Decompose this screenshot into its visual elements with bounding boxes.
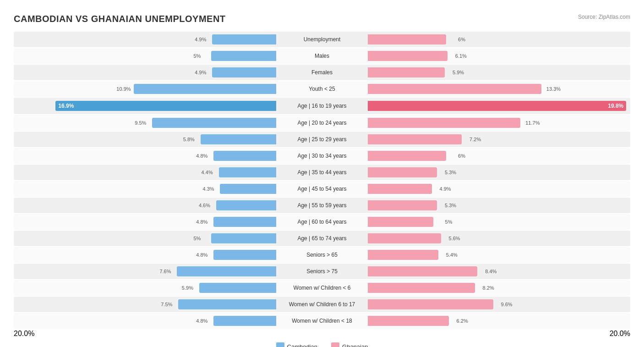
bar-label-right: 5.6% bbox=[449, 236, 460, 241]
right-side: 8.4% bbox=[368, 264, 630, 279]
row-inner: 5.9% Women w/ Children < 6 8.2% bbox=[14, 280, 630, 296]
center-label: Seniors > 75 bbox=[276, 268, 368, 275]
center-label: Males bbox=[276, 53, 368, 59]
left-side: 16.9% bbox=[14, 98, 276, 114]
axis-label-left: 20.0% bbox=[14, 330, 277, 338]
center-label: Age | 55 to 59 years bbox=[276, 202, 368, 209]
bar-pink: 5.3% bbox=[368, 167, 437, 177]
center-label: Age | 35 to 44 years bbox=[276, 169, 368, 176]
bar-label-left: 4.8% bbox=[196, 219, 207, 225]
bar-label-left: 10.9% bbox=[116, 86, 131, 92]
row-inner: 9.5% Age | 20 to 24 years 11.7% bbox=[14, 115, 630, 131]
bar-blue: 4.4% bbox=[219, 167, 276, 177]
chart-row: 5.8% Age | 25 to 29 years 7.2% bbox=[14, 132, 630, 147]
bar-label-left: 4.8% bbox=[196, 252, 207, 258]
legend-label-ghanaian: Ghanaian bbox=[342, 343, 368, 347]
row-inner: 4.8% Seniors > 65 5.4% bbox=[14, 247, 630, 263]
chart-footer: Cambodian Ghanaian bbox=[14, 342, 630, 347]
row-inner: 7.5% Women w/ Children 6 to 17 9.6% bbox=[14, 297, 630, 312]
bar-label-left: 5% bbox=[194, 236, 201, 241]
center-label: Age | 30 to 34 years bbox=[276, 153, 368, 159]
row-inner: 4.3% Age | 45 to 54 years 4.9% bbox=[14, 181, 630, 197]
row-inner: 10.9% Youth < 25 13.3% bbox=[14, 81, 630, 97]
left-side: 7.6% bbox=[14, 264, 276, 279]
bar-pink: 9.6% bbox=[368, 299, 493, 309]
bar-pink: 6% bbox=[368, 34, 446, 44]
right-side: 19.8% bbox=[368, 98, 630, 114]
chart-title: CAMBODIAN VS GHANAIAN UNEMPLOYMENT bbox=[14, 14, 226, 24]
bar-blue: 7.5% bbox=[178, 299, 276, 309]
bar-label-left: 4.8% bbox=[196, 318, 207, 324]
center-label: Age | 65 to 74 years bbox=[276, 235, 368, 242]
bar-pink: 11.7% bbox=[368, 118, 520, 128]
bar-label-left: 7.5% bbox=[161, 302, 172, 307]
bar-label-right: 13.3% bbox=[546, 86, 561, 92]
chart-row: 5% Males 6.1% bbox=[14, 48, 630, 64]
bar-label-left: 4.4% bbox=[202, 170, 213, 175]
bar-blue: 9.5% bbox=[152, 118, 276, 128]
chart-row: 5% Age | 65 to 74 years 5.6% bbox=[14, 231, 630, 246]
row-inner: 4.9% Unemployment 6% bbox=[14, 32, 630, 47]
bar-pink: 5% bbox=[368, 217, 433, 227]
legend-cambodian: Cambodian bbox=[276, 342, 318, 347]
center-label: Age | 60 to 64 years bbox=[276, 219, 368, 225]
left-side: 9.5% bbox=[14, 115, 276, 131]
bar-pink: 6.2% bbox=[368, 316, 449, 326]
right-side: 6% bbox=[368, 32, 630, 47]
center-label: Women w/ Children 6 to 17 bbox=[276, 301, 368, 308]
bar-pink: 7.2% bbox=[368, 134, 462, 144]
bar-label-right: 6.2% bbox=[457, 318, 468, 324]
bar-label-left: 4.9% bbox=[195, 70, 206, 75]
right-side: 6.1% bbox=[368, 48, 630, 64]
bar-label-right: 5.3% bbox=[445, 170, 456, 175]
bar-blue: 4.8% bbox=[213, 151, 276, 161]
right-side: 6% bbox=[368, 148, 630, 164]
chart-header: CAMBODIAN VS GHANAIAN UNEMPLOYMENT Sourc… bbox=[14, 14, 630, 24]
bar-label-right: 11.7% bbox=[525, 120, 540, 126]
center-label: Age | 20 to 24 years bbox=[276, 120, 368, 126]
bar-blue: 5% bbox=[211, 233, 277, 243]
left-side: 5.8% bbox=[14, 132, 276, 147]
chart-row: 5.9% Women w/ Children < 6 8.2% bbox=[14, 280, 630, 296]
bar-label-right: 5.9% bbox=[453, 70, 464, 75]
chart-row: 4.6% Age | 55 to 59 years 5.3% bbox=[14, 198, 630, 213]
bar-blue: 4.8% bbox=[213, 250, 276, 260]
bar-label-left-inside: 16.9% bbox=[58, 103, 74, 109]
bar-blue: 5% bbox=[211, 51, 277, 61]
center-label: Women w/ Children < 6 bbox=[276, 285, 368, 291]
chart-row: 7.6% Seniors > 75 8.4% bbox=[14, 264, 630, 279]
center-label: Age | 25 to 29 years bbox=[276, 136, 368, 143]
chart-row: 4.8% Seniors > 65 5.4% bbox=[14, 247, 630, 263]
bar-blue: 4.9% bbox=[212, 34, 276, 44]
right-side: 5% bbox=[368, 214, 630, 230]
row-inner: 4.9% Females 5.9% bbox=[14, 65, 630, 80]
bar-pink: 4.9% bbox=[368, 184, 432, 194]
right-side: 9.6% bbox=[368, 297, 630, 312]
chart-row: 4.4% Age | 35 to 44 years 5.3% bbox=[14, 165, 630, 180]
center-label: Women w/ Children < 18 bbox=[276, 318, 368, 324]
bar-blue: 7.6% bbox=[177, 266, 276, 276]
right-side: 5.3% bbox=[368, 198, 630, 213]
bar-label-left: 5.9% bbox=[182, 285, 193, 291]
right-side: 5.3% bbox=[368, 165, 630, 180]
bar-blue: 5.8% bbox=[201, 134, 276, 144]
row-inner: 4.8% Women w/ Children < 18 6.2% bbox=[14, 313, 630, 329]
bar-pink: 5.4% bbox=[368, 250, 438, 260]
bar-label-right: 9.6% bbox=[501, 302, 513, 307]
bar-label-right: 5.3% bbox=[445, 203, 456, 208]
left-side: 5.9% bbox=[14, 280, 276, 296]
right-side: 4.9% bbox=[368, 181, 630, 197]
center-label: Unemployment bbox=[276, 36, 368, 43]
bar-blue: 5.9% bbox=[199, 283, 276, 293]
bar-blue: 10.9% bbox=[134, 84, 276, 94]
bar-pink: 5.3% bbox=[368, 200, 437, 210]
left-side: 4.6% bbox=[14, 198, 276, 213]
right-side: 5.9% bbox=[368, 65, 630, 80]
left-side: 4.4% bbox=[14, 165, 276, 180]
bar-label-right: 5% bbox=[445, 219, 453, 225]
left-side: 10.9% bbox=[14, 81, 276, 97]
bar-label-left: 5.8% bbox=[183, 137, 195, 142]
bar-label-left: 4.8% bbox=[196, 153, 207, 159]
chart-row: 16.9% Age | 16 to 19 years 19.8% bbox=[14, 98, 630, 114]
left-side: 4.9% bbox=[14, 32, 276, 47]
